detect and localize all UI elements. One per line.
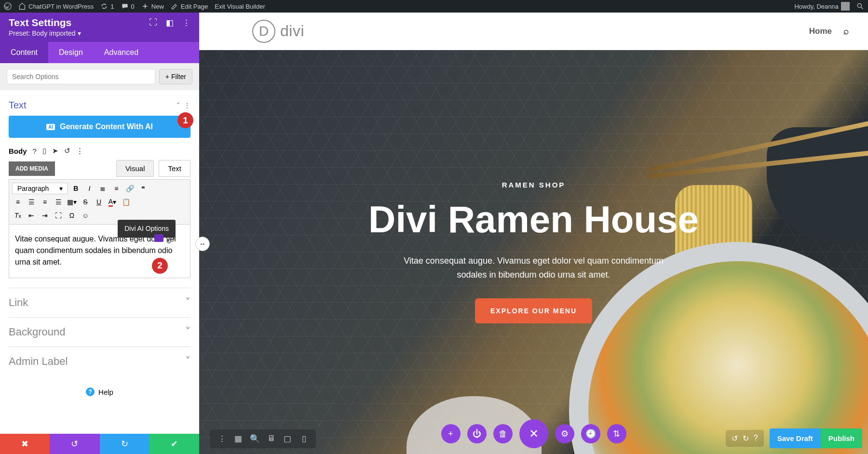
- chevron-down-icon: ˅: [185, 326, 190, 338]
- hero-title: Divi Ramen House: [368, 198, 699, 241]
- exit-visual-builder-link[interactable]: Exit Visual Builder: [215, 3, 265, 10]
- edit-page-link[interactable]: Edit Page: [171, 2, 208, 10]
- clear-format-icon[interactable]: Tx: [12, 210, 24, 221]
- tab-content[interactable]: Content: [0, 42, 48, 63]
- emoji-icon[interactable]: ☺: [80, 210, 91, 221]
- redo-page-icon[interactable]: ↻: [743, 434, 749, 443]
- site-header: D divi Home ⌕: [199, 13, 868, 50]
- fullscreen-icon[interactable]: ⛶: [53, 210, 64, 221]
- panel-resize-handle[interactable]: ↔: [195, 237, 210, 251]
- help-icon[interactable]: ?: [33, 147, 37, 155]
- accordion-link[interactable]: Link˅: [9, 288, 190, 317]
- filter-button[interactable]: +Filter: [159, 69, 192, 84]
- site-name-link[interactable]: ChatGPT in WordPress: [18, 2, 94, 10]
- tab-advanced[interactable]: Advanced: [94, 42, 149, 63]
- power-icon[interactable]: ⏻: [467, 424, 487, 443]
- content-editor[interactable]: Divi AI Options ⚙+ Vitae consequat augue…: [9, 225, 190, 278]
- chevron-down-icon: ▾: [59, 185, 63, 192]
- visual-tab[interactable]: Visual: [116, 160, 154, 177]
- trash-icon[interactable]: 🗑: [493, 424, 513, 443]
- svg-point-1: [857, 3, 861, 7]
- cancel-button[interactable]: ✖: [0, 434, 50, 454]
- help-icon: ?: [86, 387, 95, 396]
- align-justify-icon[interactable]: ☰: [53, 196, 64, 208]
- logo-text: divi: [280, 22, 304, 40]
- cursor-icon[interactable]: ➤: [52, 147, 58, 155]
- site-logo[interactable]: D divi: [252, 20, 304, 43]
- accordion-admin-label[interactable]: Admin Label˅: [9, 347, 190, 376]
- table-icon[interactable]: ▦▾: [66, 196, 78, 208]
- add-section-button[interactable]: +: [441, 424, 461, 443]
- body-label: Body: [9, 147, 27, 155]
- new-link[interactable]: New: [141, 2, 164, 10]
- tablet-icon[interactable]: ▢: [282, 434, 293, 444]
- snap-icon[interactable]: ◧: [166, 18, 174, 28]
- align-right-icon[interactable]: ≡: [39, 196, 51, 208]
- bold-icon[interactable]: B: [70, 183, 81, 194]
- divi-ai-chip-icon[interactable]: [154, 234, 163, 242]
- preset-selector[interactable]: Preset: Body imported▾: [0, 29, 199, 42]
- undo-icon[interactable]: ↺: [64, 147, 70, 155]
- ul-icon[interactable]: ≣: [97, 183, 108, 194]
- more-icon[interactable]: ⋮: [76, 147, 83, 155]
- undo-button[interactable]: ↺: [50, 434, 99, 454]
- settings-icon[interactable]: ⚙: [555, 424, 574, 443]
- expand-icon[interactable]: ⛶: [149, 18, 157, 28]
- format-select[interactable]: Paragraph▾: [12, 183, 68, 194]
- hero-cta-button[interactable]: EXPLORE OUR MENU: [475, 298, 592, 323]
- confirm-button[interactable]: ✔: [149, 434, 199, 454]
- search-icon[interactable]: ⌕: [843, 26, 849, 37]
- annotation-1: 1: [177, 112, 193, 128]
- more-icon[interactable]: ⋮: [182, 18, 190, 28]
- greeting[interactable]: Howdy, Deanna: [794, 2, 850, 11]
- zoom-icon[interactable]: 🔍: [249, 434, 260, 444]
- settings-title: Text Settings: [9, 17, 71, 28]
- link-icon[interactable]: 🔗: [124, 183, 136, 194]
- publish-button[interactable]: Publish: [821, 428, 862, 448]
- undo-page-icon[interactable]: ↺: [732, 434, 738, 443]
- align-center-icon[interactable]: ☰: [26, 196, 37, 208]
- outdent-icon[interactable]: ⇤: [26, 210, 37, 221]
- underline-icon[interactable]: U: [93, 196, 105, 208]
- help-icon[interactable]: ?: [754, 434, 758, 443]
- text-color-icon[interactable]: A▾: [107, 196, 118, 208]
- builder-actions: + ⏻ 🗑 ✕ ⚙ 🕘 ⇅: [441, 419, 626, 448]
- updates-link[interactable]: 1: [100, 2, 114, 10]
- redo-button[interactable]: ↻: [100, 434, 149, 454]
- paste-icon[interactable]: 📋: [120, 196, 132, 208]
- generate-content-ai-button[interactable]: AI Generate Content With AI: [9, 116, 190, 138]
- help-link[interactable]: ?Help: [9, 376, 190, 408]
- phone-icon[interactable]: ▯: [298, 434, 309, 444]
- ai-badge-icon: AI: [46, 124, 55, 130]
- add-media-button[interactable]: ADD MEDIA: [9, 161, 55, 176]
- accordion-background[interactable]: Background˅: [9, 317, 190, 347]
- history-icon[interactable]: 🕘: [581, 424, 600, 443]
- close-builder-button[interactable]: ✕: [519, 419, 548, 448]
- indent-icon[interactable]: ⇥: [39, 210, 51, 221]
- search-input[interactable]: [7, 69, 155, 84]
- italic-icon[interactable]: I: [83, 183, 95, 194]
- phone-icon[interactable]: ▯: [42, 147, 46, 155]
- wp-logo-icon[interactable]: [4, 2, 12, 10]
- more-icon[interactable]: ⋮: [217, 434, 227, 444]
- ol-icon[interactable]: ≡: [110, 183, 122, 194]
- section-header-text[interactable]: Text ˄⋮: [9, 95, 190, 116]
- special-char-icon[interactable]: Ω: [66, 210, 78, 221]
- align-left-icon[interactable]: ≡: [12, 196, 24, 208]
- hero-section[interactable]: RAMEN SHOP Divi Ramen House Vitae conseq…: [199, 50, 868, 454]
- desktop-icon[interactable]: 🖥: [266, 434, 276, 444]
- text-tab[interactable]: Text: [159, 160, 190, 177]
- comments-link[interactable]: 0: [121, 2, 135, 10]
- logo-mark-icon: D: [252, 20, 275, 43]
- nav-home-link[interactable]: Home: [809, 27, 832, 36]
- swap-icon[interactable]: ⇅: [607, 424, 626, 443]
- tab-design[interactable]: Design: [48, 42, 94, 63]
- quote-icon[interactable]: ❝: [137, 183, 149, 194]
- ai-settings-icon[interactable]: ⚙+: [166, 234, 176, 246]
- strike-icon[interactable]: S: [80, 196, 91, 208]
- admin-search-icon[interactable]: [856, 2, 864, 10]
- save-draft-button[interactable]: Save Draft: [770, 428, 821, 448]
- annotation-2: 2: [152, 258, 168, 274]
- wireframe-icon[interactable]: ▦: [233, 434, 244, 444]
- more-icon[interactable]: ⋮: [184, 102, 190, 109]
